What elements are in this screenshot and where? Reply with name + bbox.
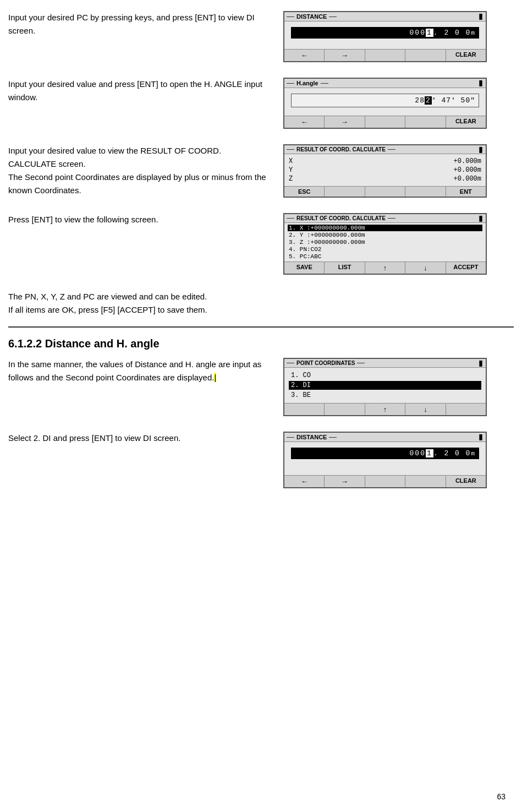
result-list-item-4: 4. PN:CO2 — [288, 246, 482, 253]
btn-empty-1b — [405, 50, 446, 61]
section-3-para-1: Input your desired value to view the RES… — [8, 144, 267, 171]
page-number: 63 — [497, 792, 505, 801]
btn-accept[interactable]: ACCEPT — [446, 262, 486, 274]
point-coord-screen: POINT COORDINATES ▐▌ 1. CO 2. DI 3. BE ↑… — [283, 358, 487, 416]
section-2-text: Input your desired value and press [ENT]… — [8, 78, 278, 104]
battery-icon-3: ▐▌ — [477, 147, 483, 152]
battery-icon-6: ▐▌ — [477, 434, 483, 440]
subsection-heading: 6.1.2.2 Distance and H. angle — [8, 337, 514, 350]
section-2-device: H.angle ▐▌ 282° 47′ 50″ ← → CLEAR — [278, 78, 514, 129]
section-1: Input your desired PC by pressing keys, … — [0, 11, 522, 62]
result-coord-title: RESULT OF COORD. CALCULATE ▐▌ — [284, 145, 486, 154]
btn-row-5: ↑ ↓ — [284, 403, 486, 415]
btn-empty-3c — [405, 187, 446, 197]
battery-icon-2: ▐▌ — [477, 80, 483, 86]
section-5: The PN, X, Y, Z and PC are viewed and ca… — [0, 290, 522, 317]
section-5-para-1: The PN, X, Y, Z and PC are viewed and ca… — [8, 290, 514, 303]
battery-icon-1: ▐▌ — [477, 14, 483, 19]
section-1-para: Input your desired PC by pressing keys, … — [8, 11, 267, 37]
result-list-title: RESULT OF COORD. CALCULATE ▐▌ — [284, 214, 486, 223]
section-3-device: RESULT OF COORD. CALCULATE ▐▌ X +0.000m … — [278, 144, 514, 198]
distance-value-2: 0001. 2 0 0m — [291, 448, 479, 459]
btn-row-2: ← → CLEAR — [284, 116, 486, 128]
distance-screen-1: DISTANCE ▐▌ 0001. 2 0 0m ← → CLEAR — [283, 11, 487, 62]
btn-up-5[interactable]: ↑ — [365, 404, 405, 415]
hangle-value: 282° 47′ 50″ — [291, 94, 479, 107]
sub-section-2: Select 2. DI and press [ENT] to view DI … — [0, 432, 522, 488]
result-list-item-2: 2. Y :+000000000.000m — [288, 232, 482, 238]
distance-title-1: DISTANCE ▐▌ — [284, 12, 486, 21]
result-list-screen: RESULT OF COORD. CALCULATE ▐▌ 1. X :+000… — [283, 213, 487, 275]
section-4-para: Press [ENT] to view the following screen… — [8, 213, 267, 226]
section-1-device: DISTANCE ▐▌ 0001. 2 0 0m ← → CLEAR — [278, 11, 514, 62]
section-3-text: Input your desired value to view the RES… — [8, 144, 278, 197]
btn-right-arrow-2[interactable]: → — [325, 116, 365, 128]
btn-esc[interactable]: ESC — [284, 187, 325, 197]
btn-empty-2b — [405, 116, 446, 128]
battery-icon-5: ▐▌ — [477, 361, 483, 366]
sub-section-2-device: DISTANCE ▐▌ 0001. 2 0 0m ← → CLEAR — [278, 432, 514, 488]
point-item-di: 2. DI — [289, 381, 481, 390]
btn-row-1: ← → CLEAR — [284, 49, 486, 61]
point-item-be: 3. BE — [289, 391, 481, 400]
divider-container — [0, 326, 522, 328]
btn-clear-6[interactable]: CLEAR — [446, 476, 486, 487]
section-3-para-2: The Second point Coordinates are display… — [8, 171, 267, 197]
sub-section-1-device: POINT COORDINATES ▐▌ 1. CO 2. DI 3. BE ↑… — [278, 358, 514, 416]
sub-section-2-text: Select 2. DI and press [ENT] to view DI … — [8, 432, 278, 445]
btn-empty-5a — [284, 404, 325, 415]
hangle-title: H.angle ▐▌ — [284, 79, 486, 88]
btn-ent[interactable]: ENT — [446, 187, 486, 197]
btn-right-arrow-1[interactable]: → — [325, 50, 365, 61]
result-coord-screen: RESULT OF COORD. CALCULATE ▐▌ X +0.000m … — [283, 144, 487, 198]
section-4-device: RESULT OF COORD. CALCULATE ▐▌ 1. X :+000… — [278, 213, 514, 275]
point-coord-title: POINT COORDINATES ▐▌ — [284, 359, 486, 368]
subsection-heading-container: 6.1.2.2 Distance and H. angle — [0, 337, 522, 350]
result-list-item-3: 3. Z :+000000000.000m — [288, 239, 482, 246]
btn-empty-2a — [365, 116, 405, 128]
btn-row-4: SAVE LIST ↑ ↓ ACCEPT — [284, 261, 486, 274]
section-2-para: Input your desired value and press [ENT]… — [8, 78, 267, 104]
highlight-cursor: | — [214, 373, 216, 382]
btn-clear-2[interactable]: CLEAR — [446, 116, 486, 128]
point-item-co: 1. CO — [289, 371, 481, 380]
btn-empty-5c — [446, 404, 486, 415]
distance-title-2: DISTANCE ▐▌ — [284, 433, 486, 442]
btn-right-arrow-6[interactable]: → — [325, 476, 365, 487]
section-divider — [8, 326, 514, 328]
section-5-para-2: If all items are OK, press [F5] [ACCEPT]… — [8, 303, 514, 317]
sub-section-1-text: In the same manner, the values of Distan… — [8, 358, 278, 384]
section-4-text: Press [ENT] to view the following screen… — [8, 213, 278, 226]
btn-row-6: ← → CLEAR — [284, 475, 486, 487]
section-4: Press [ENT] to view the following screen… — [0, 213, 522, 275]
btn-clear-1[interactable]: CLEAR — [446, 50, 486, 61]
btn-save[interactable]: SAVE — [284, 262, 325, 274]
section-1-text: Input your desired PC by pressing keys, … — [8, 11, 278, 37]
btn-empty-3a — [325, 187, 365, 197]
btn-left-arrow-1[interactable]: ← — [284, 50, 325, 61]
section-2: Input your desired value and press [ENT]… — [0, 78, 522, 129]
btn-left-arrow-2[interactable]: ← — [284, 116, 325, 128]
sub-section-1: In the same manner, the values of Distan… — [0, 358, 522, 416]
coord-row-y: Y +0.000m — [289, 166, 481, 174]
btn-down[interactable]: ↓ — [405, 262, 446, 274]
btn-down-5[interactable]: ↓ — [405, 404, 446, 415]
coord-row-z: Z +0.000m — [289, 175, 481, 183]
btn-empty-3b — [365, 187, 405, 197]
btn-empty-6a — [365, 476, 405, 487]
section-3: Input your desired value to view the RES… — [0, 144, 522, 198]
battery-icon-4: ▐▌ — [477, 216, 483, 221]
sub-section-2-para: Select 2. DI and press [ENT] to view DI … — [8, 432, 267, 445]
btn-empty-1a — [365, 50, 405, 61]
sub-section-1-para: In the same manner, the values of Distan… — [8, 358, 267, 384]
btn-empty-5b — [325, 404, 365, 415]
result-list-item-5: 5. PC:ABC — [288, 253, 482, 260]
coord-row-x: X +0.000m — [289, 157, 481, 165]
btn-left-arrow-6[interactable]: ← — [284, 476, 325, 487]
btn-list[interactable]: LIST — [325, 262, 365, 274]
distance-value-1: 0001. 2 0 0m — [291, 27, 479, 39]
btn-up[interactable]: ↑ — [365, 262, 405, 274]
btn-row-3: ESC ENT — [284, 186, 486, 197]
distance-screen-2: DISTANCE ▐▌ 0001. 2 0 0m ← → CLEAR — [283, 432, 487, 488]
btn-empty-6b — [405, 476, 446, 487]
